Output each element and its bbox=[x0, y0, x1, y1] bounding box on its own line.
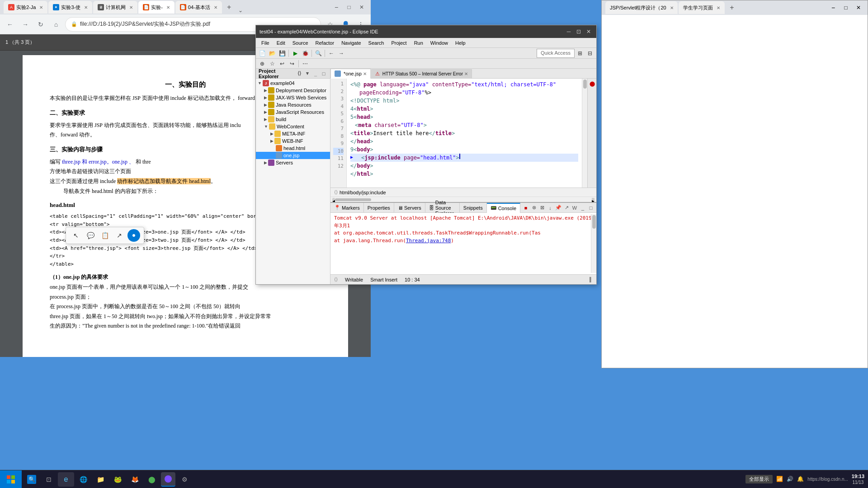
tree-webinf[interactable]: ▶ WEB-INF bbox=[256, 137, 330, 145]
taskbar-taskview[interactable]: ⊡ bbox=[41, 472, 57, 487]
forward-button[interactable]: → bbox=[19, 18, 32, 31]
bottom-tab-snippets[interactable]: Snippets bbox=[460, 203, 487, 213]
context-copy-btn[interactable]: 📋 bbox=[99, 229, 111, 242]
taskbar-app1[interactable]: 🐸 bbox=[109, 472, 126, 487]
system-clock[interactable]: 19:13 11/13 bbox=[852, 473, 864, 485]
code-content[interactable]: <%@ page language="java" contentType="te… bbox=[347, 79, 582, 188]
taskbar-ie[interactable]: e bbox=[58, 472, 74, 487]
tb2-btn1[interactable]: ⊕ bbox=[258, 59, 267, 68]
tree-metainf[interactable]: ▶ META-INF bbox=[256, 130, 330, 137]
editor-scrollbar[interactable] bbox=[582, 79, 587, 188]
browser-tab-3[interactable]: 🖥 计算机网 ✕ bbox=[93, 1, 137, 14]
console-scroll-btn[interactable]: ↓ bbox=[547, 204, 554, 211]
tb-back-btn[interactable]: ← bbox=[327, 49, 336, 58]
tree-build[interactable]: ▶ build bbox=[256, 116, 330, 123]
maximize-button[interactable]: □ bbox=[344, 2, 354, 13]
taskbar-search[interactable]: 🔍 bbox=[24, 472, 40, 487]
back-button[interactable]: ← bbox=[4, 18, 16, 31]
start-button[interactable] bbox=[0, 470, 22, 488]
console-word-btn[interactable]: W bbox=[571, 204, 578, 211]
console-link2[interactable]: Thread.java:748 bbox=[406, 238, 451, 244]
show-all-button[interactable]: 全部显示 bbox=[745, 475, 773, 483]
browser2-close-btn[interactable]: ✕ bbox=[853, 2, 864, 13]
volume-tray-icon[interactable]: 🔊 bbox=[787, 476, 793, 482]
browser2-new-tab[interactable]: + bbox=[726, 1, 738, 14]
tree-onejsp[interactable]: one.jsp bbox=[256, 152, 330, 159]
tb-run-btn[interactable]: ▶ bbox=[291, 49, 300, 58]
tb-new-btn[interactable]: 📄 bbox=[258, 49, 267, 58]
eclipse-minimize-btn[interactable]: ─ bbox=[565, 28, 573, 36]
menu-file[interactable]: File bbox=[258, 38, 273, 48]
browser2-tab1[interactable]: JSP/Servlet程序设计（20 ✕ bbox=[605, 1, 678, 14]
eclipse-restore-btn[interactable]: ⊡ bbox=[575, 28, 583, 36]
bottom-tab-console[interactable]: 📟 Console bbox=[487, 203, 520, 213]
browser-tab-2[interactable]: ✦ 实验3-使 ✕ bbox=[48, 1, 92, 14]
bottom-tab-servers[interactable]: 🖥 Servers bbox=[394, 203, 425, 213]
notification-tray-icon[interactable]: 🔔 bbox=[797, 476, 804, 482]
panel-max-btn[interactable]: □ bbox=[320, 70, 327, 77]
tab-onejsp[interactable]: *one.jsp ✕ bbox=[330, 69, 371, 79]
panel-menu-btn[interactable]: ▾ bbox=[304, 70, 311, 77]
tree-example04[interactable]: ▼ J example04 bbox=[256, 80, 330, 87]
browser2-tab2[interactable]: 学生学习页面 ✕ bbox=[679, 1, 725, 14]
minimize-button[interactable]: − bbox=[331, 2, 342, 13]
tab-http[interactable]: ⚠ HTTP Status 500 – Internal Server Erro… bbox=[371, 69, 472, 78]
tb-view-btn[interactable]: ⊟ bbox=[585, 49, 594, 58]
tree-jaxws[interactable]: ▶ JAX-WS Web Services bbox=[256, 94, 330, 101]
tb2-btn5[interactable]: ⋯ bbox=[301, 59, 310, 68]
taskbar-edge[interactable]: 🌐 bbox=[75, 472, 91, 487]
tab1-close[interactable]: ✕ bbox=[39, 5, 43, 10]
taskbar-eclipse[interactable] bbox=[161, 472, 175, 487]
menu-refactor[interactable]: Refactor bbox=[312, 38, 338, 48]
tb2-btn2[interactable]: ☆ bbox=[268, 59, 277, 68]
tab-http-close[interactable]: ✕ bbox=[464, 71, 468, 76]
panel-min-btn[interactable]: _ bbox=[312, 70, 319, 77]
menu-help[interactable]: Help bbox=[452, 38, 469, 48]
tb2-btn4[interactable]: ↪ bbox=[288, 59, 297, 68]
home-button[interactable]: ⌂ bbox=[50, 18, 62, 31]
hscroll-right-btn[interactable]: ▸ bbox=[592, 198, 594, 202]
console-output[interactable]: Tomcat v9.0 Server at localhost [Apache … bbox=[330, 213, 596, 274]
tree-webcontent[interactable]: ▼ WebContent bbox=[256, 123, 330, 130]
context-circle-btn[interactable]: ● bbox=[127, 229, 140, 242]
tree-headhtml[interactable]: head.html bbox=[256, 145, 330, 152]
tree-servers[interactable]: ▶ Servers bbox=[256, 159, 330, 166]
taskbar-folder[interactable]: 📁 bbox=[92, 472, 108, 487]
tab2-close[interactable]: ✕ bbox=[84, 5, 88, 10]
menu-run[interactable]: Run bbox=[410, 38, 427, 48]
eclipse-close-btn[interactable]: ✕ bbox=[585, 28, 593, 36]
close-button[interactable]: ✕ bbox=[356, 2, 367, 13]
browser2-min-btn[interactable]: − bbox=[828, 2, 839, 13]
menu-window[interactable]: Window bbox=[427, 38, 452, 48]
new-tab-button[interactable]: + bbox=[223, 1, 236, 14]
console-stop-btn[interactable]: ■ bbox=[522, 204, 529, 211]
tree-js-resources[interactable]: ▶ JavaScript Resources bbox=[256, 108, 330, 116]
tree-java-resources[interactable]: ▶ Java Resources bbox=[256, 101, 330, 108]
console-btn3[interactable]: ⊠ bbox=[538, 204, 546, 211]
network-tray-icon[interactable]: 📶 bbox=[776, 476, 783, 482]
taskbar-chrome[interactable]: ⬤ bbox=[144, 472, 160, 487]
tb-perspectives-btn[interactable]: ⊞ bbox=[576, 49, 585, 58]
overview-ruler[interactable]: ⬤ bbox=[588, 80, 596, 88]
console-clear-btn[interactable]: ⊗ bbox=[530, 204, 538, 211]
context-select-btn[interactable]: ↖ bbox=[70, 229, 82, 242]
browser2-tab2-close[interactable]: ✕ bbox=[717, 5, 720, 10]
console-open-btn[interactable]: ↗ bbox=[563, 204, 570, 211]
context-share-btn[interactable]: ↗ bbox=[113, 229, 126, 242]
console-max-btn[interactable]: □ bbox=[587, 204, 594, 211]
menu-project[interactable]: Project bbox=[387, 38, 410, 48]
console-vscrollbar[interactable] bbox=[591, 214, 596, 273]
tree-deployment[interactable]: ▶ Deployment Descriptor bbox=[256, 87, 330, 94]
browser-tab-4[interactable]: 📄 实验- ✕ bbox=[138, 1, 175, 14]
tb-open-btn[interactable]: 📂 bbox=[268, 49, 277, 58]
panel-collapse-btn[interactable]: ⟨⟩ bbox=[296, 70, 303, 77]
tab5-close[interactable]: ✕ bbox=[214, 5, 217, 10]
context-comment-btn[interactable]: 💬 bbox=[84, 229, 97, 242]
tb-save-btn[interactable]: 💾 bbox=[278, 49, 287, 58]
tab4-close[interactable]: ✕ bbox=[166, 5, 170, 10]
menu-source[interactable]: Source bbox=[289, 38, 312, 48]
browser2-max-btn[interactable]: □ bbox=[840, 2, 851, 13]
tb2-btn3[interactable]: ↩ bbox=[278, 59, 287, 68]
editor-hscrollbar[interactable]: ◂ ▸ bbox=[330, 197, 596, 202]
bottom-tab-properties[interactable]: Properties bbox=[364, 203, 394, 213]
